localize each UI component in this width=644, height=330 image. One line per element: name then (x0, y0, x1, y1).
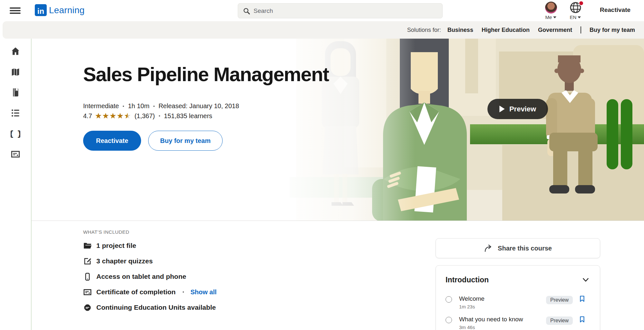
course-details: WHAT’S INCLUDED 1 project file (32, 221, 644, 330)
included-item-ceu: Continuing Education Units available (83, 300, 216, 315)
sidebar-item-coding[interactable]: { } (11, 129, 20, 138)
bookmark-icon[interactable] (579, 295, 586, 303)
lesson-duration: 1m 23s (459, 304, 546, 309)
course-title: Sales Pipeline Management (83, 63, 329, 86)
mobile-phone-icon (83, 272, 92, 281)
learner-count: 151,835 learners (164, 112, 212, 120)
course-meta: Intermediate 1h 10m Released: January 10… (83, 102, 239, 110)
linkedin-learning-logo[interactable]: in Learning (35, 4, 85, 16)
dot-separator (123, 106, 124, 107)
included-item-project-file: 1 project file (83, 238, 216, 253)
search-bar (238, 3, 443, 18)
whats-included-section: WHAT’S INCLUDED 1 project file (83, 229, 216, 315)
rating-count-link[interactable]: (1,367) (134, 112, 155, 120)
course-hero-illustration (277, 39, 644, 221)
lesson-duration: 3m 46s (459, 325, 546, 330)
quiz-edit-icon (83, 257, 92, 266)
course-hero: Sales Pipeline Management Intermediate 1… (32, 39, 644, 221)
language-label: EN (570, 14, 577, 20)
lesson-row-what-you-need[interactable]: What you need to know 3m 46s Preview (446, 316, 590, 330)
dot-separator (153, 106, 155, 107)
language-menu[interactable]: EN (567, 2, 584, 20)
sidebar-item-my-list[interactable] (11, 108, 20, 118)
certificate-icon (83, 288, 92, 297)
project-folder-icon (83, 241, 92, 250)
main-menu-button[interactable] (10, 6, 22, 15)
course-rating: 4.7 ★★★★★ ★★★★★ (1,367) 151,835 learners (83, 112, 212, 120)
book-icon (11, 88, 20, 97)
chevron-down-icon (578, 16, 581, 18)
linkedin-logo-icon: in (35, 4, 47, 16)
chevron-down-icon (553, 16, 556, 18)
course-level: Intermediate (83, 102, 119, 110)
search-input[interactable] (238, 4, 442, 18)
lesson-title: Welcome (459, 295, 546, 302)
included-item-certificate: Certificate of completion Show all (83, 284, 216, 300)
chevron-down-icon[interactable] (581, 275, 590, 284)
included-item-mobile-access: Access on tablet and phone (83, 269, 216, 284)
reactivate-button[interactable]: Reactivate (83, 131, 141, 151)
list-icon (11, 108, 20, 118)
map-icon (11, 67, 20, 77)
top-header: in Learning Me EN Reactiva (0, 0, 644, 21)
star-rating-icon: ★★★★★ ★★★★★ (95, 112, 131, 120)
svg-text:{ }: { } (11, 129, 20, 138)
progress-circle-icon (446, 296, 452, 303)
logo-text: Learning (49, 5, 85, 15)
course-preview-button[interactable]: Preview (487, 99, 548, 119)
sidebar-item-home[interactable] (11, 46, 20, 56)
solutions-link-higher-education[interactable]: Higher Education (482, 27, 530, 33)
reactivate-link[interactable]: Reactivate (600, 6, 630, 14)
dot-separator (159, 115, 160, 117)
solutions-link-business[interactable]: Business (447, 27, 473, 33)
dot-separator (183, 291, 184, 293)
lesson-row-welcome[interactable]: Welcome 1m 23s Preview (446, 295, 590, 309)
included-item-quizzes: 3 chapter quizzes (83, 253, 216, 269)
certificate-icon (11, 149, 20, 159)
code-braces-icon: { } (11, 129, 20, 138)
course-release-date: Released: January 10, 2018 (159, 102, 239, 110)
buy-for-my-team-link[interactable]: Buy for my team (590, 27, 635, 33)
hamburger-icon (10, 7, 21, 9)
lesson-preview-badge[interactable]: Preview (546, 296, 573, 304)
progress-circle-icon (446, 317, 452, 323)
share-arrow-icon (484, 244, 494, 252)
solutions-link-government[interactable]: Government (538, 27, 572, 33)
course-duration: 1h 10m (128, 102, 149, 110)
solutions-prefix: Solutions for: (407, 27, 441, 33)
whats-included-heading: WHAT’S INCLUDED (83, 229, 216, 235)
sidebar-item-library[interactable] (11, 88, 20, 97)
search-icon (243, 7, 250, 15)
share-course-button[interactable]: Share this course (436, 238, 600, 258)
solutions-bar: Solutions for: Business Higher Education… (3, 21, 644, 39)
sidebar-item-certificates[interactable] (11, 149, 20, 159)
bookmark-icon[interactable] (579, 316, 586, 324)
left-sidebar: { } (0, 39, 32, 330)
buy-for-my-team-button[interactable]: Buy for my team (148, 131, 223, 151)
me-label: Me (545, 14, 552, 20)
divider (581, 26, 581, 33)
ceu-badge-icon (83, 303, 92, 312)
notification-badge (579, 1, 584, 6)
sidebar-item-explore[interactable] (11, 67, 20, 77)
lesson-preview-badge[interactable]: Preview (546, 316, 573, 325)
me-menu[interactable]: Me (543, 2, 559, 20)
play-icon (499, 106, 505, 112)
home-icon (11, 46, 20, 56)
rating-value: 4.7 (83, 112, 92, 120)
lesson-title: What you need to know (459, 316, 546, 323)
show-all-link[interactable]: Show all (190, 288, 216, 296)
course-contents-card: Introduction Welcome 1m 23s Preview (436, 265, 600, 330)
avatar (545, 2, 557, 14)
section-title: Introduction (446, 276, 489, 284)
